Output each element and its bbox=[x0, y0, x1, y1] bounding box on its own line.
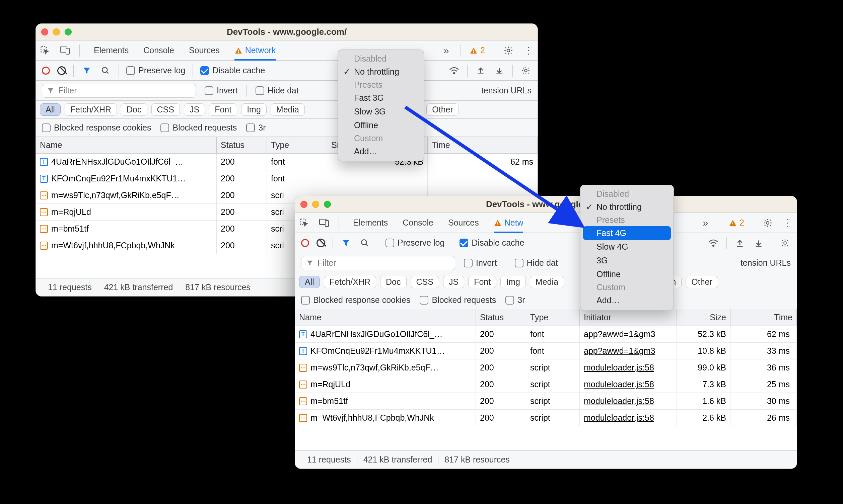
chip-css[interactable]: CSS bbox=[410, 276, 439, 288]
request-initiator[interactable]: moduleloader.js:58 bbox=[580, 359, 677, 376]
col-name[interactable]: Name bbox=[36, 137, 217, 153]
inspect-element-icon[interactable] bbox=[298, 217, 310, 229]
warnings-badge[interactable]: 2 bbox=[729, 218, 744, 228]
chip-other[interactable]: Other bbox=[686, 276, 718, 288]
menu-no-throttling[interactable]: No throttling bbox=[580, 200, 673, 214]
tab-elements[interactable]: Elements bbox=[94, 40, 129, 60]
tab-elements[interactable]: Elements bbox=[353, 213, 388, 233]
menu-slow-3g[interactable]: Slow 3G bbox=[338, 105, 424, 119]
window-close-button[interactable] bbox=[41, 29, 48, 35]
menu-offline[interactable]: Offline bbox=[580, 267, 673, 281]
request-initiator[interactable]: app?awwd=1&gm3 bbox=[580, 326, 677, 342]
table-row[interactable]: T4UaRrENHsxJlGDuGo1OIlJfC6l_…200fontapp?… bbox=[295, 326, 797, 343]
search-icon[interactable] bbox=[359, 237, 370, 249]
col-type[interactable]: Type bbox=[267, 137, 327, 153]
table-row[interactable]: TKFOmCnqEu92Fr1Mu4mxKKTU1…200fontapp?aww… bbox=[295, 343, 797, 359]
upload-icon[interactable] bbox=[475, 65, 486, 76]
chip-fetchxhr[interactable]: Fetch/XHR bbox=[324, 276, 376, 288]
invert-checkbox[interactable]: Invert bbox=[464, 258, 497, 268]
more-tabs-chevron-icon[interactable]: » bbox=[700, 217, 711, 229]
chip-media[interactable]: Media bbox=[530, 276, 564, 288]
chip-all[interactable]: All bbox=[40, 103, 60, 116]
window-maximize-button[interactable] bbox=[324, 201, 331, 208]
upload-icon[interactable] bbox=[734, 237, 745, 249]
col-time[interactable]: Time bbox=[428, 137, 538, 153]
disable-cache-checkbox[interactable]: Disable cache bbox=[200, 66, 265, 75]
disable-cache-checkbox[interactable]: Disable cache bbox=[459, 238, 524, 248]
filter-input[interactable]: Filter bbox=[301, 256, 455, 270]
record-button[interactable] bbox=[301, 239, 309, 247]
settings-gear-icon[interactable] bbox=[762, 217, 773, 229]
throttling-menu-after[interactable]: Disabled No throttling Presets Fast 4G S… bbox=[580, 185, 674, 310]
table-row[interactable]: ⋯m=ws9Tlc,n73qwf,GkRiKb,e5qF…200scriptmo… bbox=[295, 359, 797, 376]
filter-toggle-icon[interactable] bbox=[340, 237, 352, 249]
settings-gear-icon[interactable] bbox=[503, 45, 514, 56]
chip-img[interactable]: Img bbox=[241, 103, 267, 116]
request-initiator[interactable]: moduleloader.js:58 bbox=[580, 410, 677, 426]
col-name[interactable]: Name bbox=[295, 309, 476, 326]
clear-button[interactable] bbox=[316, 239, 325, 247]
col-type[interactable]: Type bbox=[526, 309, 580, 326]
col-status[interactable]: Status bbox=[217, 137, 267, 153]
chip-doc[interactable]: Doc bbox=[380, 276, 406, 288]
menu-3g[interactable]: 3G bbox=[580, 254, 673, 267]
menu-no-throttling[interactable]: No throttling bbox=[338, 65, 424, 79]
clear-button[interactable] bbox=[57, 66, 66, 75]
chip-js[interactable]: JS bbox=[184, 103, 205, 116]
more-tabs-chevron-icon[interactable]: » bbox=[440, 45, 452, 56]
device-toolbar-icon[interactable] bbox=[59, 45, 71, 56]
third-party-checkbox[interactable]: 3r bbox=[505, 295, 525, 305]
inspect-element-icon[interactable] bbox=[39, 45, 51, 56]
menu-add[interactable]: Add… bbox=[338, 145, 424, 158]
table-row[interactable]: ⋯m=Wt6vjf,hhhU8,FCpbqb,WhJNk200scriptmod… bbox=[295, 410, 797, 426]
filter-input[interactable]: Filter bbox=[42, 84, 196, 98]
window-minimize-button[interactable] bbox=[53, 29, 60, 35]
menu-offline[interactable]: Offline bbox=[338, 119, 424, 132]
blocked-requests-checkbox[interactable]: Blocked requests bbox=[160, 123, 237, 132]
request-initiator[interactable]: moduleloader.js:58 bbox=[580, 376, 677, 393]
table-row[interactable]: T4UaRrENHsxJlGDuGo1OIlJfC6l_…200font52.3… bbox=[36, 154, 538, 170]
chip-fetchxhr[interactable]: Fetch/XHR bbox=[65, 103, 117, 116]
request-initiator[interactable]: app?awwd=1&gm3 bbox=[580, 343, 677, 359]
filter-toggle-icon[interactable] bbox=[81, 65, 92, 76]
chip-font[interactable]: Font bbox=[468, 276, 496, 288]
search-icon[interactable] bbox=[100, 65, 111, 76]
menu-add[interactable]: Add… bbox=[580, 293, 673, 307]
chip-all[interactable]: All bbox=[299, 276, 320, 288]
invert-checkbox[interactable]: Invert bbox=[205, 86, 238, 95]
warnings-badge[interactable]: 2 bbox=[470, 46, 485, 55]
download-icon[interactable] bbox=[494, 65, 505, 76]
table-row[interactable]: TKFOmCnqEu92Fr1Mu4mxKKTU1…200font bbox=[36, 170, 538, 187]
preserve-log-checkbox[interactable]: Preserve log bbox=[386, 238, 444, 248]
window-minimize-button[interactable] bbox=[312, 201, 319, 208]
blocked-requests-checkbox[interactable]: Blocked requests bbox=[420, 295, 496, 305]
chip-img[interactable]: Img bbox=[500, 276, 526, 288]
chip-media[interactable]: Media bbox=[270, 103, 305, 116]
menu-slow-4g[interactable]: Slow 4G bbox=[580, 240, 673, 254]
menu-fast-3g[interactable]: Fast 3G bbox=[338, 91, 424, 105]
third-party-checkbox[interactable]: 3r bbox=[246, 123, 266, 132]
download-icon[interactable] bbox=[753, 237, 764, 249]
kebab-menu-icon[interactable]: ⋮ bbox=[523, 45, 534, 56]
col-time[interactable]: Time bbox=[731, 309, 797, 326]
throttling-menu-before[interactable]: Disabled No throttling Presets Fast 3G S… bbox=[338, 50, 424, 161]
tab-sources[interactable]: Sources bbox=[189, 40, 220, 60]
tab-network[interactable]: Network bbox=[494, 213, 523, 233]
tab-sources[interactable]: Sources bbox=[448, 213, 479, 233]
record-button[interactable] bbox=[42, 67, 50, 75]
col-initiator[interactable]: Initiator bbox=[580, 309, 677, 326]
hide-data-urls-checkbox[interactable]: Hide dat bbox=[515, 258, 558, 268]
chip-doc[interactable]: Doc bbox=[121, 103, 147, 116]
table-row[interactable]: ⋯m=RqjULd200scriptmoduleloader.js:587.3 … bbox=[295, 376, 797, 393]
tab-network[interactable]: Network bbox=[234, 40, 276, 60]
chip-other[interactable]: Other bbox=[426, 103, 459, 116]
chip-css[interactable]: CSS bbox=[152, 103, 180, 116]
chip-font[interactable]: Font bbox=[209, 103, 237, 116]
tab-console[interactable]: Console bbox=[143, 40, 174, 60]
preserve-log-checkbox[interactable]: Preserve log bbox=[126, 66, 185, 75]
col-status[interactable]: Status bbox=[476, 309, 526, 326]
col-size[interactable]: Size bbox=[677, 309, 731, 326]
tab-console[interactable]: Console bbox=[403, 213, 433, 233]
network-settings-gear-icon[interactable] bbox=[520, 65, 531, 76]
menu-fast-4g[interactable]: Fast 4G bbox=[583, 226, 671, 240]
